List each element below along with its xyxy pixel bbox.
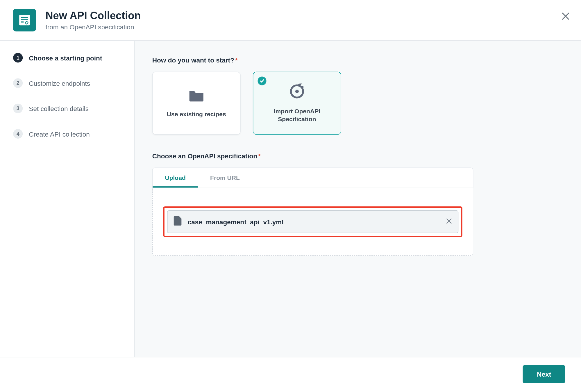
- step-number-badge: 1: [13, 53, 23, 62]
- spec-source-tabs: Upload From URL: [152, 167, 473, 188]
- file-dropzone[interactable]: case_management_api_v1.yml: [152, 188, 473, 256]
- dialog-title: New API Collection: [46, 10, 141, 22]
- step-number-badge: 3: [13, 104, 23, 113]
- step-set-collection-details[interactable]: 3 Set collection details: [13, 104, 121, 113]
- required-asterisk: *: [258, 152, 261, 160]
- wizard-main-panel: How do you want to start?* Use existing …: [135, 41, 581, 357]
- remove-file-button[interactable]: [446, 218, 452, 225]
- close-button[interactable]: [562, 12, 569, 22]
- step-label: Create API collection: [29, 130, 90, 138]
- step-choose-starting-point[interactable]: 1 Choose a starting point: [13, 53, 121, 62]
- card-label: Import OpenAPI Specification: [258, 107, 335, 123]
- question-choose-spec: Choose an OpenAPI specification*: [152, 152, 564, 160]
- api-collection-icon: [13, 9, 36, 31]
- wizard-steps-sidebar: 1 Choose a starting point 2 Customize en…: [0, 41, 135, 357]
- svg-rect-3: [21, 22, 24, 23]
- dialog-footer: Next: [0, 357, 581, 391]
- step-customize-endpoints[interactable]: 2 Customize endpoints: [13, 78, 121, 88]
- svg-rect-2: [21, 19, 28, 20]
- tab-upload[interactable]: Upload: [153, 168, 198, 188]
- uploaded-file-name: case_management_api_v1.yml: [188, 218, 446, 225]
- svg-rect-1: [21, 17, 28, 18]
- svg-point-6: [295, 90, 299, 93]
- step-label: Customize endpoints: [29, 79, 90, 87]
- uploaded-file-row: case_management_api_v1.yml: [167, 210, 458, 233]
- step-number-badge: 4: [13, 129, 23, 139]
- card-import-openapi[interactable]: Import OpenAPI Specification: [253, 72, 341, 135]
- card-label: Use existing recipes: [167, 110, 226, 118]
- card-use-existing-recipes[interactable]: Use existing recipes: [152, 72, 241, 135]
- step-label: Set collection details: [29, 105, 89, 112]
- next-button[interactable]: Next: [523, 365, 565, 383]
- start-option-cards: Use existing recipes: [152, 72, 564, 135]
- step-label: Choose a starting point: [29, 54, 102, 62]
- annotation-highlight: case_management_api_v1.yml: [163, 206, 462, 237]
- dialog-subtitle: from an OpenAPI specification: [46, 23, 141, 31]
- close-icon: [562, 12, 569, 20]
- svg-point-7: [301, 86, 303, 88]
- folder-icon: [188, 88, 205, 104]
- openapi-icon: [289, 83, 305, 101]
- tab-from-url[interactable]: From URL: [198, 168, 252, 188]
- dialog-header: New API Collection from an OpenAPI speci…: [0, 0, 581, 41]
- close-icon: [446, 218, 452, 224]
- selected-check-icon: [258, 76, 266, 85]
- question-how-start: How do you want to start?*: [152, 56, 564, 64]
- required-asterisk: *: [235, 56, 238, 64]
- step-number-badge: 2: [13, 78, 23, 88]
- step-create-api-collection[interactable]: 4 Create API collection: [13, 129, 121, 139]
- file-icon: [174, 216, 181, 227]
